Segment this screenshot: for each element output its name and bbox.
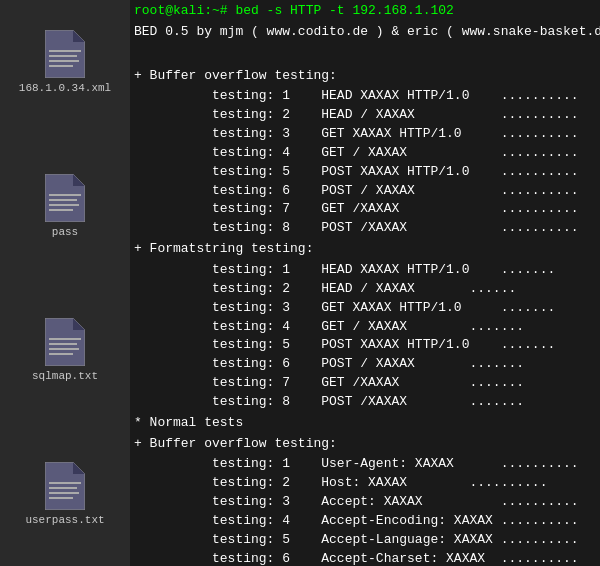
test-line-s1-1: testing: 1 HEAD XAXAX HTTP/1.0 .........…: [134, 87, 596, 106]
svg-rect-17: [49, 353, 73, 355]
test-line-s4-6: testing: 6 Accept-Charset: XAXAX .......…: [134, 550, 596, 566]
svg-rect-15: [49, 343, 77, 345]
test-line-s4-1: testing: 1 User-Agent: XAXAX ..........: [134, 455, 596, 474]
test-line-s2-4: testing: 4 GET / XAXAX .......: [134, 318, 596, 337]
file-label-xml: 168.1.0.34.xml: [19, 82, 111, 94]
file-icon-sqlmap: [45, 318, 85, 366]
prompt-line: root@kali:~# bed -s HTTP -t 192.168.1.10…: [134, 2, 596, 21]
svg-marker-7: [73, 174, 85, 186]
test-line-s4-3: testing: 3 Accept: XAXAX ..........: [134, 493, 596, 512]
svg-rect-20: [49, 482, 81, 484]
svg-rect-5: [49, 65, 73, 67]
section-header-2: + Formatstring testing:: [134, 240, 596, 259]
test-line-s4-5: testing: 5 Accept-Language: XAXAX ......…: [134, 531, 596, 550]
test-line-s4-4: testing: 4 Accept-Encoding: XAXAX ......…: [134, 512, 596, 531]
terminal-window: 168.1.0.34.xml pass: [0, 0, 600, 566]
file-icon-userpass: [45, 462, 85, 510]
test-line-s2-2: testing: 2 HEAD / XAXAX ......: [134, 280, 596, 299]
svg-rect-16: [49, 348, 79, 350]
svg-rect-23: [49, 497, 73, 499]
svg-rect-21: [49, 487, 77, 489]
test-line-s4-2: testing: 2 Host: XAXAX ..........: [134, 474, 596, 493]
file-label-pass: pass: [52, 226, 78, 238]
svg-rect-14: [49, 338, 81, 340]
test-line-s2-3: testing: 3 GET XAXAX HTTP/1.0 .......: [134, 299, 596, 318]
test-line-s1-5: testing: 5 POST XAXAX HTTP/1.0 .........…: [134, 163, 596, 182]
svg-rect-22: [49, 492, 79, 494]
test-line-s1-7: testing: 7 GET /XAXAX ..........: [134, 200, 596, 219]
file-icon-xml: [45, 30, 85, 78]
section-header-3: * Normal tests: [134, 414, 596, 433]
section-header-1: + Buffer overflow testing:: [134, 67, 596, 86]
file-item-userpass[interactable]: userpass.txt: [25, 462, 104, 526]
file-item-xml[interactable]: 168.1.0.34.xml: [19, 30, 111, 94]
svg-rect-9: [49, 199, 77, 201]
main-content: root@kali:~# bed -s HTTP -t 192.168.1.10…: [130, 0, 600, 566]
test-line-s1-8: testing: 8 POST /XAXAX ..........: [134, 219, 596, 238]
svg-rect-3: [49, 55, 77, 57]
test-line-s1-6: testing: 6 POST / XAXAX ..........: [134, 182, 596, 201]
sidebar: 168.1.0.34.xml pass: [0, 0, 130, 566]
svg-rect-8: [49, 194, 81, 196]
test-line-s1-3: testing: 3 GET XAXAX HTTP/1.0 ..........: [134, 125, 596, 144]
version-info: BED 0.5 by mjm ( www.codito.de ) & eric …: [134, 23, 596, 42]
test-line-s2-5: testing: 5 POST XAXAX HTTP/1.0 .......: [134, 336, 596, 355]
file-item-pass[interactable]: pass: [45, 174, 85, 238]
test-line-s1-4: testing: 4 GET / XAXAX ..........: [134, 144, 596, 163]
svg-rect-2: [49, 50, 81, 52]
file-label-userpass: userpass.txt: [25, 514, 104, 526]
file-label-sqlmap: sqlmap.txt: [32, 370, 98, 382]
blank-line-1: [134, 46, 596, 65]
test-line-s2-1: testing: 1 HEAD XAXAX HTTP/1.0 .......: [134, 261, 596, 280]
file-item-sqlmap[interactable]: sqlmap.txt: [32, 318, 98, 382]
test-line-s2-6: testing: 6 POST / XAXAX .......: [134, 355, 596, 374]
test-line-s2-8: testing: 8 POST /XAXAX .......: [134, 393, 596, 412]
test-line-s1-2: testing: 2 HEAD / XAXAX ..........: [134, 106, 596, 125]
svg-rect-11: [49, 209, 73, 211]
test-line-s2-7: testing: 7 GET /XAXAX .......: [134, 374, 596, 393]
svg-rect-4: [49, 60, 79, 62]
file-icon-pass: [45, 174, 85, 222]
svg-rect-10: [49, 204, 79, 206]
section-header-4: + Buffer overflow testing:: [134, 435, 596, 454]
